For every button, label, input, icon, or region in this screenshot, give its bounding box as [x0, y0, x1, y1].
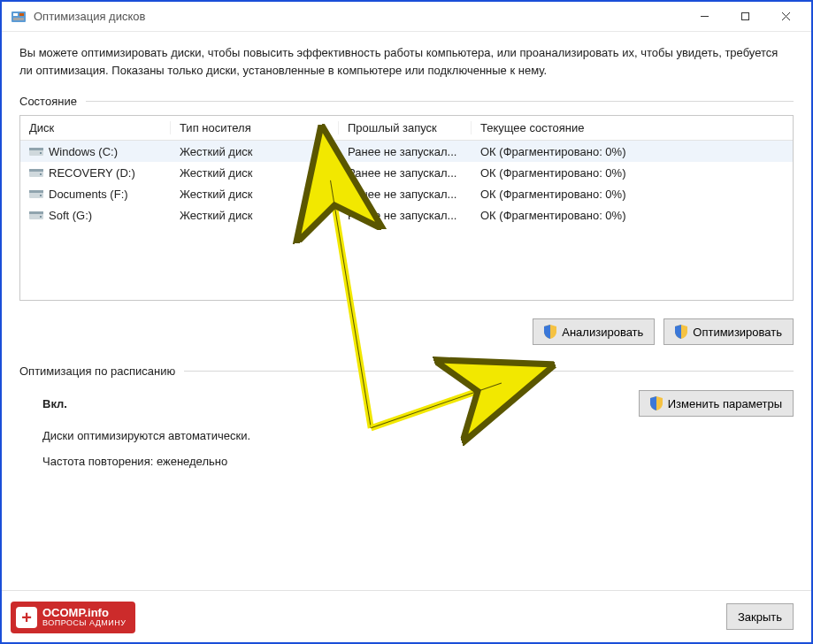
- minimize-button[interactable]: [684, 3, 725, 31]
- action-button-row: Анализировать Оптимизировать: [19, 318, 794, 345]
- table-body: Windows (C:)Жесткий дискРанее не запуска…: [20, 141, 793, 226]
- disk-media: Жесткий диск: [171, 145, 339, 158]
- disk-status: ОК (Фрагментировано: 0%): [472, 166, 793, 180]
- app-icon: [11, 9, 27, 25]
- shield-icon: [675, 325, 687, 339]
- schedule-auto-text: Диски оптимизируются автоматически.: [42, 429, 794, 442]
- svg-point-13: [40, 173, 42, 175]
- disk-status: ОК (Фрагментировано: 0%): [472, 209, 793, 222]
- intro-text: Вы можете оптимизировать диски, чтобы по…: [19, 44, 794, 79]
- optimize-label: Оптимизировать: [693, 326, 782, 339]
- schedule-block: Вкл. Изменить параметры Диски оптимизиру…: [19, 385, 794, 468]
- drive-table[interactable]: Диск Тип носителя Прошлый запуск Текущее…: [19, 115, 794, 301]
- svg-rect-12: [29, 169, 43, 172]
- shield-icon: [544, 325, 556, 339]
- titlebar: Оптимизация дисков: [2, 2, 811, 32]
- hdd-icon: [29, 210, 43, 220]
- svg-rect-1: [13, 13, 18, 16]
- table-header: Диск Тип носителя Прошлый запуск Текущее…: [20, 116, 793, 141]
- svg-rect-2: [19, 13, 24, 16]
- disk-last-run: Ранее не запускал...: [339, 188, 472, 201]
- svg-rect-18: [29, 211, 43, 214]
- table-row[interactable]: RECOVERY (D:)Жесткий дискРанее не запуск…: [20, 162, 793, 183]
- svg-point-16: [40, 195, 42, 196]
- svg-point-19: [40, 216, 42, 218]
- schedule-frequency-text: Частота повторения: еженедельно: [42, 455, 794, 468]
- plus-icon: +: [16, 607, 37, 628]
- disk-name: RECOVERY (D:): [49, 166, 135, 180]
- disk-status: ОК (Фрагментировано: 0%): [472, 145, 793, 158]
- badge-main: OCOMP.info: [42, 606, 109, 619]
- close-dialog-button[interactable]: Закрыть: [726, 603, 794, 630]
- status-section-label: Состояние: [19, 95, 794, 108]
- col-disk[interactable]: Диск: [20, 121, 171, 134]
- divider: [184, 371, 794, 372]
- close-button[interactable]: [765, 3, 806, 31]
- disk-status: ОК (Фрагментировано: 0%): [472, 188, 793, 201]
- content-area: Вы можете оптимизировать диски, чтобы по…: [2, 32, 811, 590]
- maximize-button[interactable]: [725, 3, 765, 31]
- close-label: Закрыть: [738, 610, 782, 624]
- shield-icon: [650, 396, 663, 410]
- col-media[interactable]: Тип носителя: [171, 121, 339, 134]
- disk-media: Жесткий диск: [171, 209, 339, 222]
- disk-media: Жесткий диск: [171, 188, 339, 201]
- badge-sub: ВОПРОСЫ АДМИНУ: [42, 619, 127, 628]
- analyze-label: Анализировать: [562, 326, 643, 339]
- disk-last-run: Ранее не запускал...: [339, 145, 472, 158]
- svg-rect-3: [13, 18, 24, 20]
- svg-rect-0: [12, 12, 26, 22]
- disk-last-run: Ранее не запускал...: [339, 166, 472, 180]
- change-settings-label: Изменить параметры: [668, 397, 782, 410]
- divider: [86, 101, 794, 102]
- svg-rect-9: [29, 148, 43, 150]
- table-row[interactable]: Documents (F:)Жесткий дискРанее не запус…: [20, 183, 793, 204]
- disk-media: Жесткий диск: [171, 166, 339, 180]
- window-title: Оптимизация дисков: [34, 10, 145, 23]
- schedule-section-label: Оптимизация по расписанию: [19, 364, 794, 378]
- analyze-button[interactable]: Анализировать: [533, 318, 655, 345]
- hdd-icon: [29, 146, 43, 157]
- hdd-icon: [29, 167, 43, 178]
- svg-point-10: [40, 152, 42, 154]
- schedule-on-label: Вкл.: [42, 397, 67, 410]
- disk-name: Windows (C:): [49, 145, 118, 158]
- change-settings-button[interactable]: Изменить параметры: [639, 390, 794, 417]
- svg-rect-5: [741, 13, 748, 20]
- disk-name: Soft (G:): [49, 209, 92, 222]
- watermark-badge: + OCOMP.info ВОПРОСЫ АДМИНУ: [11, 602, 135, 633]
- col-status[interactable]: Текущее состояние: [472, 121, 793, 134]
- disk-last-run: Ранее не запускал...: [339, 209, 472, 222]
- optimize-button[interactable]: Оптимизировать: [663, 318, 794, 345]
- svg-rect-15: [29, 190, 43, 193]
- window: Оптимизация дисков Вы можете оптимизиров…: [0, 0, 813, 644]
- table-row[interactable]: Windows (C:)Жесткий дискРанее не запуска…: [20, 141, 793, 162]
- col-last[interactable]: Прошлый запуск: [339, 121, 472, 134]
- schedule-label-text: Оптимизация по расписанию: [19, 364, 175, 378]
- disk-name: Documents (F:): [49, 188, 128, 201]
- status-label-text: Состояние: [19, 95, 77, 108]
- hdd-icon: [29, 188, 43, 199]
- table-row[interactable]: Soft (G:)Жесткий дискРанее не запускал..…: [20, 204, 793, 226]
